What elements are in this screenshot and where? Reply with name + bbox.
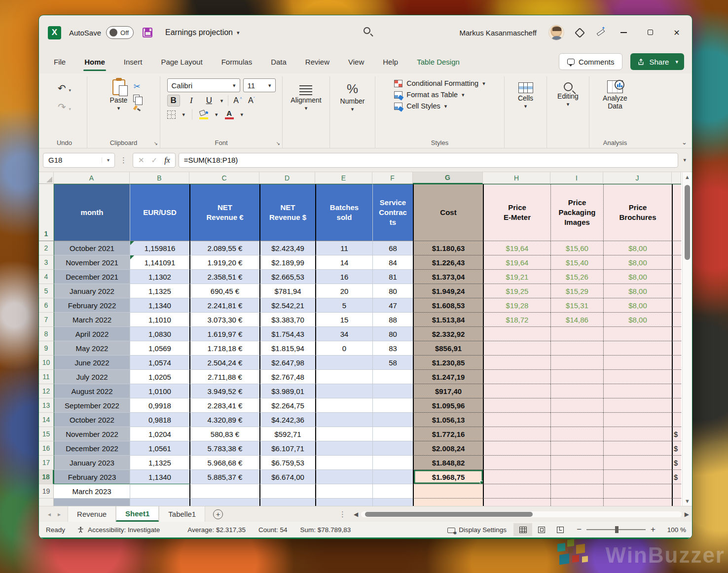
cell-G10[interactable]: $1.230,85: [413, 356, 483, 370]
cell-F3[interactable]: 84: [372, 255, 413, 270]
cell-C2[interactable]: 2.089,55 €: [189, 241, 259, 255]
decrease-font-button[interactable]: Aˇ: [248, 96, 255, 105]
cell-G6[interactable]: $1.608,53: [413, 298, 483, 313]
cell-A20[interactable]: [54, 499, 130, 506]
cell-J7[interactable]: $8,00: [603, 313, 672, 327]
cell-H4[interactable]: $19,21: [483, 270, 550, 284]
cell-F11[interactable]: [372, 370, 413, 384]
ribbon-tab-formulas[interactable]: Formulas: [220, 55, 254, 69]
tab-options-handle[interactable]: ⋮: [337, 510, 349, 519]
cell-D6[interactable]: $2.542,21: [259, 298, 315, 313]
cell-J16[interactable]: [603, 441, 672, 456]
cell-J20[interactable]: [603, 499, 672, 506]
cell-I3[interactable]: $15,40: [550, 255, 603, 270]
cell-A7[interactable]: March 2022: [54, 313, 130, 327]
cell-F12[interactable]: [372, 384, 413, 398]
row-header-16[interactable]: 16: [39, 441, 54, 456]
cell-I18[interactable]: [550, 470, 603, 484]
cell-G14[interactable]: $1.056,13: [413, 413, 483, 427]
cell-J17[interactable]: [603, 456, 672, 470]
row-header-13[interactable]: 13: [39, 398, 54, 413]
cell-B19[interactable]: [130, 484, 189, 499]
scroll-down-icon[interactable]: ▼: [683, 498, 692, 504]
cell-B2[interactable]: 1,159816: [130, 241, 189, 255]
cell-G20[interactable]: [413, 499, 483, 506]
page-layout-view-button[interactable]: [532, 523, 551, 536]
formula-input[interactable]: =SUM(K18:P18): [179, 153, 679, 168]
header-cell-A1[interactable]: month: [54, 184, 130, 241]
cell-K8[interactable]: [672, 327, 681, 341]
scroll-right-icon[interactable]: ▶: [685, 511, 689, 518]
name-box-dropdown[interactable]: ▾: [102, 157, 114, 163]
sum-status[interactable]: Sum: $78.789,83: [300, 526, 351, 534]
row-header-2[interactable]: 2: [39, 241, 54, 255]
cell-A4[interactable]: December 2021: [54, 270, 130, 284]
cell-H16[interactable]: [483, 441, 550, 456]
close-button[interactable]: ✕: [669, 28, 684, 37]
ribbon-tab-page-layout[interactable]: Page Layout: [160, 55, 203, 69]
comments-button[interactable]: Comments: [559, 53, 623, 70]
cell-K15[interactable]: $: [672, 427, 681, 441]
cell-A19[interactable]: March 2023: [54, 484, 130, 499]
row-header-11[interactable]: 11: [39, 370, 54, 384]
row-header-18[interactable]: 18: [39, 470, 54, 484]
cell-A9[interactable]: May 2022: [54, 341, 130, 356]
cell-B10[interactable]: 1,0574: [130, 356, 189, 370]
header-cell-E1[interactable]: Batches sold: [315, 184, 372, 241]
cell-J13[interactable]: [603, 398, 672, 413]
scroll-left-icon[interactable]: ◀: [354, 511, 358, 518]
cell-C16[interactable]: 5.783,38 €: [189, 441, 259, 456]
row-header-1[interactable]: 1: [39, 184, 54, 241]
header-cell-D1[interactable]: NET Revenue $: [259, 184, 315, 241]
cell-J18[interactable]: [603, 470, 672, 484]
cell-D18[interactable]: $6.674,00: [259, 470, 315, 484]
cut-button[interactable]: ✂: [133, 81, 141, 92]
cell-H10[interactable]: [483, 356, 550, 370]
cell-G11[interactable]: $1.247,19: [413, 370, 483, 384]
cell-K10[interactable]: [672, 356, 681, 370]
cell-J12[interactable]: [603, 384, 672, 398]
user-name[interactable]: Markus Kasanmascheff: [460, 29, 537, 37]
cell-G5[interactable]: $1.949,24: [413, 284, 483, 298]
cell-B3[interactable]: 1,141091: [130, 255, 189, 270]
cell-K3[interactable]: [672, 255, 681, 270]
cell-H3[interactable]: $19,64: [483, 255, 550, 270]
sheet-tab-revenue[interactable]: Revenue: [68, 506, 116, 522]
zoom-slider[interactable]: [586, 529, 646, 530]
ribbon-tab-data[interactable]: Data: [270, 55, 288, 69]
cell-F13[interactable]: [372, 398, 413, 413]
average-status[interactable]: Average: $2.317,35: [187, 526, 246, 534]
cell-C17[interactable]: 5.968,68 €: [189, 456, 259, 470]
cell-A10[interactable]: June 2022: [54, 356, 130, 370]
column-header-H[interactable]: H: [483, 172, 550, 184]
cell-H7[interactable]: $18,72: [483, 313, 550, 327]
cell-B16[interactable]: 1,0561: [130, 441, 189, 456]
new-sheet-button[interactable]: +: [205, 506, 231, 522]
cell-E11[interactable]: [315, 370, 372, 384]
cell-J8[interactable]: [603, 327, 672, 341]
cell-C8[interactable]: 1.619,97 €: [189, 327, 259, 341]
cell-K16[interactable]: $: [672, 441, 681, 456]
cell-B7[interactable]: 1,1010: [130, 313, 189, 327]
cell-C4[interactable]: 2.358,51 €: [189, 270, 259, 284]
column-header-A[interactable]: A: [54, 172, 130, 184]
horizontal-scrollbar[interactable]: ◀ ▶: [354, 511, 689, 518]
cell-F6[interactable]: 47: [372, 298, 413, 313]
row-header-19[interactable]: 19: [39, 484, 54, 499]
cell-E9[interactable]: 0: [315, 341, 372, 356]
cell-F4[interactable]: 81: [372, 270, 413, 284]
accessibility-status[interactable]: Accessibility: Investigate: [71, 526, 166, 534]
cell-A5[interactable]: January 2022: [54, 284, 130, 298]
header-cell-I1[interactable]: Price Packaging Images: [550, 184, 603, 241]
vertical-scrollbar-thumb[interactable]: [685, 185, 690, 260]
cell-A12[interactable]: August 2022: [54, 384, 130, 398]
fill-color-dropdown[interactable]: ▾: [215, 111, 218, 118]
cell-F18[interactable]: [372, 470, 413, 484]
cell-E6[interactable]: 5: [315, 298, 372, 313]
cell-K2[interactable]: [672, 241, 681, 255]
cell-F9[interactable]: 83: [372, 341, 413, 356]
cell-A14[interactable]: October 2022: [54, 413, 130, 427]
cell-D16[interactable]: $6.107,71: [259, 441, 315, 456]
cell-J6[interactable]: $8,00: [603, 298, 672, 313]
cell-H19[interactable]: [483, 484, 550, 499]
